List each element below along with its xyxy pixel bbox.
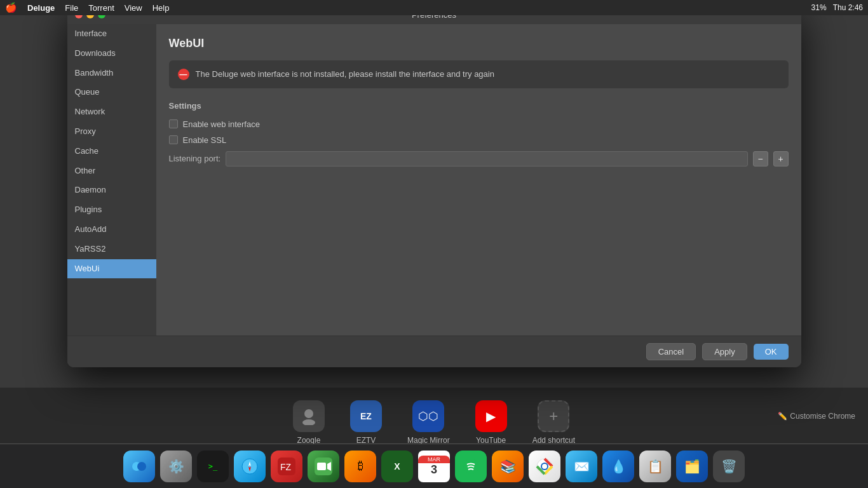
dock-system-preferences[interactable]: ⚙️ — [160, 451, 192, 482]
dock-deluge[interactable]: 💧 — [602, 451, 634, 482]
dock-paste[interactable]: 📋 — [639, 451, 671, 482]
menu-help[interactable]: Help — [153, 3, 170, 13]
menu-file[interactable]: File — [65, 3, 78, 13]
svg-text:FZ: FZ — [280, 462, 292, 472]
shortcut-zooqle[interactable]: Zooqle — [293, 400, 325, 445]
preferences-footer: Cancel Apply OK — [67, 336, 801, 367]
browser-area: Zooqle EZ EZTV ⬡⬡ Magic Mirror ▶ YouTube… — [0, 388, 868, 445]
cancel-button[interactable]: Cancel — [646, 343, 696, 360]
preferences-body: Interface Downloads Bandwidth Queue Netw… — [67, 24, 801, 336]
calendar-day: 3 — [431, 463, 437, 477]
svg-point-1 — [302, 419, 315, 425]
listening-port-row: Listening port: − + — [169, 151, 789, 166]
enable-web-interface-checkbox[interactable] — [169, 119, 178, 128]
shortcut-magicmirror[interactable]: ⬡⬡ Magic Mirror — [407, 400, 450, 445]
dock-spotify[interactable] — [455, 451, 487, 482]
add-shortcut-icon: + — [538, 400, 569, 432]
magicmirror-icon: ⬡⬡ — [412, 400, 444, 432]
shortcut-youtube[interactable]: ▶ YouTube — [475, 400, 507, 445]
error-text: The Deluge web interface is not installe… — [196, 68, 494, 81]
customise-chrome-button[interactable]: ✏️ Customise Chrome — [778, 412, 855, 421]
dock-filezilla[interactable]: FZ — [271, 451, 302, 482]
dock-facetime[interactable] — [308, 451, 339, 482]
apply-button[interactable]: Apply — [702, 343, 747, 360]
sidebar-item-queue[interactable]: Queue — [67, 83, 156, 102]
dock-safari[interactable] — [234, 451, 266, 482]
app-name: Deluge — [27, 3, 55, 13]
ok-button[interactable]: OK — [754, 344, 789, 360]
sidebar-item-other[interactable]: Other — [67, 161, 156, 181]
preferences-content: WebUI — The Deluge web interface is not … — [156, 24, 801, 336]
preferences-sidebar: Interface Downloads Bandwidth Queue Netw… — [67, 24, 156, 336]
port-decrement-button[interactable]: − — [753, 151, 768, 166]
listening-port-label: Listening port: — [169, 154, 221, 163]
error-banner: — The Deluge web interface is not instal… — [169, 60, 789, 88]
sidebar-item-webui[interactable]: WebUi — [67, 259, 156, 279]
zooqle-icon — [293, 400, 325, 432]
sidebar-item-bandwidth[interactable]: Bandwidth — [67, 64, 156, 83]
sidebar-item-interface[interactable]: Interface — [67, 24, 156, 44]
svg-rect-10 — [317, 463, 326, 470]
listening-port-input[interactable] — [226, 151, 747, 166]
sidebar-item-cache[interactable]: Cache — [67, 142, 156, 161]
settings-header: Settings — [169, 101, 789, 111]
enable-ssl-checkbox[interactable] — [169, 135, 178, 144]
sidebar-item-daemon[interactable]: Daemon — [67, 180, 156, 200]
enable-web-interface-label: Enable web interface — [183, 119, 260, 129]
sidebar-item-plugins[interactable]: Plugins — [67, 200, 156, 220]
svg-point-4 — [242, 459, 257, 474]
youtube-icon: ▶ — [475, 400, 507, 432]
dock-shortcuts: Zooqle EZ EZTV ⬡⬡ Magic Mirror ▶ YouTube… — [0, 388, 868, 451]
dock-excel[interactable]: X — [381, 451, 413, 482]
dock-finder[interactable] — [123, 451, 155, 482]
dock-terminal[interactable]: >_ — [197, 451, 229, 482]
preferences-window: Preferences Interface Downloads Bandwidt… — [67, 5, 801, 367]
enable-ssl-label: Enable SSL — [183, 135, 227, 145]
shortcut-eztv[interactable]: EZ EZTV — [350, 400, 382, 445]
battery-status: 31% — [811, 3, 827, 12]
shortcut-addshortcut[interactable]: + Add shortcut — [532, 400, 575, 445]
menubar-right: 31% Thu 2:46 — [811, 3, 863, 12]
webui-title: WebUI — [169, 37, 789, 50]
port-increment-button[interactable]: + — [773, 151, 789, 166]
calendar-month: MAR — [418, 456, 450, 463]
dialog-overlay: Preferences Interface Downloads Bandwidt… — [0, 15, 868, 383]
dock-trash[interactable]: 🗑️ — [713, 451, 745, 482]
edit-icon: ✏️ — [778, 412, 787, 421]
svg-point-3 — [137, 462, 146, 471]
dock-mail[interactable]: ✉️ — [566, 451, 597, 482]
enable-web-interface-row: Enable web interface — [169, 119, 789, 129]
sidebar-item-downloads[interactable]: Downloads — [67, 44, 156, 64]
eztv-icon: EZ — [350, 400, 382, 432]
mac-dock: ⚙️ >_ FZ ₿ X MAR 3 📚 ✉️ 💧 📋 🗂️ 🗑️ — [0, 444, 868, 488]
svg-point-15 — [542, 464, 547, 469]
menu-view[interactable]: View — [125, 3, 142, 13]
clock: Thu 2:46 — [833, 3, 863, 12]
dock-calendar[interactable]: MAR 3 — [418, 451, 450, 482]
error-icon: — — [178, 69, 189, 80]
dock-files[interactable]: 🗂️ — [676, 451, 708, 482]
dock-books[interactable]: 📚 — [492, 451, 524, 482]
dock-chrome[interactable] — [529, 451, 560, 482]
sidebar-item-proxy[interactable]: Proxy — [67, 122, 156, 142]
apple-menu[interactable]: 🍎 — [5, 2, 17, 13]
enable-ssl-row: Enable SSL — [169, 135, 789, 145]
menu-torrent[interactable]: Torrent — [88, 3, 114, 13]
svg-point-0 — [304, 409, 313, 418]
sidebar-item-network[interactable]: Network — [67, 102, 156, 122]
dock-bitcoin[interactable]: ₿ — [344, 451, 376, 482]
sidebar-item-autoadd[interactable]: AutoAdd — [67, 220, 156, 240]
sidebar-item-yarss2[interactable]: YaRSS2 — [67, 240, 156, 259]
menubar: 🍎 Deluge File Torrent View Help 31% Thu … — [0, 0, 868, 15]
